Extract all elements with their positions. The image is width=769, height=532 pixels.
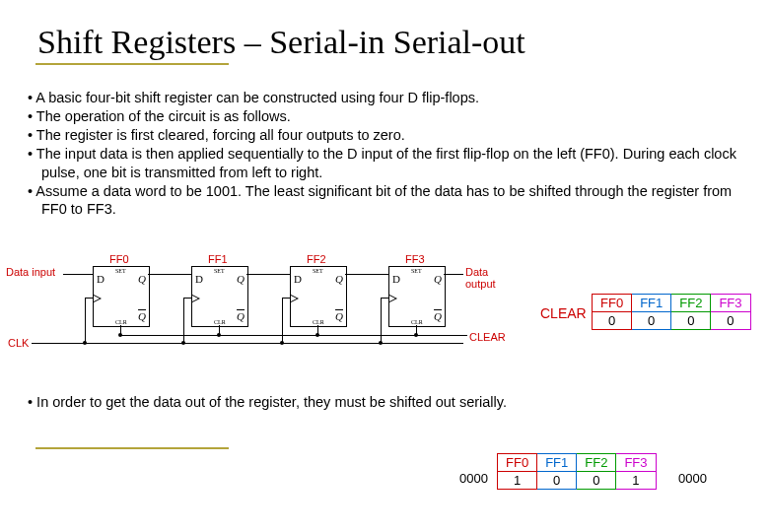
table-cell: 1 [616, 472, 656, 490]
clear-bus-label: CLEAR [469, 331, 506, 343]
bullet-item: A basic four-bit shift register can be c… [28, 89, 737, 106]
result-state-table: FF0 FF1 FF2 FF3 1 0 0 1 [497, 453, 657, 490]
circuit-diagram: Data input CLK FF0 D Q Q SET CLR FF1 D Q… [6, 244, 519, 353]
clear-state-table: FF0 FF1 FF2 FF3 0 0 0 0 [592, 294, 751, 330]
table-header: FF2 [577, 454, 616, 472]
ff-label: FF1 [208, 253, 228, 265]
pin-q: Q [237, 273, 245, 285]
ff-label: FF2 [307, 253, 326, 265]
clk-triangle-icon [389, 295, 397, 302]
ff-label: FF0 [109, 253, 129, 265]
pin-qbar: Q [335, 310, 343, 322]
title-underline [35, 63, 229, 65]
pin-set: SET [313, 268, 323, 274]
data-input-label: Data input [6, 266, 55, 278]
bullet-item: In order to get the data out of the regi… [28, 394, 737, 410]
pin-set: SET [115, 268, 126, 274]
table-cell: 0 [593, 312, 632, 330]
footer-underline [35, 447, 229, 449]
flipflop-ff0: FF0 D Q Q SET CLR [93, 266, 150, 327]
pin-d: D [392, 273, 400, 285]
clk-triangle-icon [94, 295, 102, 302]
pin-d: D [294, 273, 302, 285]
table-header: FF3 [711, 295, 750, 312]
page-title: Shift Registers – Serial-in Serial-out [37, 24, 525, 61]
pin-d: D [195, 273, 203, 285]
table-header: FF0 [498, 454, 537, 472]
bullet-item: The operation of the circuit is as follo… [28, 107, 737, 125]
result-right-label: 0000 [678, 471, 707, 486]
clk-triangle-icon [192, 295, 200, 302]
table-cell: 0 [537, 472, 577, 490]
pin-set: SET [214, 268, 225, 274]
table-cell: 0 [711, 312, 750, 330]
pin-q: Q [138, 273, 146, 285]
table-header: FF2 [671, 295, 711, 312]
ff-label: FF3 [405, 253, 425, 265]
table-header: FF1 [632, 295, 671, 312]
pin-qbar: Q [434, 310, 442, 322]
pin-qbar: Q [237, 310, 245, 322]
bullet-item: The register is first cleared, forcing a… [28, 126, 737, 144]
flipflop-ff3: FF3 D Q Q SET CLR [388, 266, 446, 327]
data-output-label: Data output [465, 266, 519, 290]
table-cell: 0 [577, 472, 616, 490]
pin-d: D [97, 273, 105, 285]
clk-triangle-icon [291, 295, 299, 302]
table-header: FF0 [593, 295, 632, 312]
flipflop-ff2: FF2 D Q Q SET CLR [290, 266, 347, 327]
bullet-list-1: A basic four-bit shift register can be c… [28, 89, 737, 219]
pin-set: SET [411, 268, 422, 274]
clear-label: CLEAR [540, 305, 587, 321]
table-cell: 0 [671, 312, 711, 330]
pin-q: Q [434, 273, 442, 285]
bullet-item: Assume a data word to be 1001. The least… [28, 182, 737, 218]
bullet-item: The input data is then applied sequentia… [28, 145, 737, 180]
bullet-list-2: In order to get the data out of the regi… [28, 394, 737, 410]
table-cell: 0 [632, 312, 671, 330]
pin-q: Q [335, 273, 343, 285]
result-left-label: 0000 [459, 471, 488, 486]
table-cell: 1 [498, 472, 537, 490]
table-header: FF1 [537, 454, 577, 472]
table-header: FF3 [616, 454, 656, 472]
clk-label: CLK [8, 337, 29, 349]
flipflop-ff1: FF1 D Q Q SET CLR [191, 266, 248, 327]
pin-qbar: Q [138, 310, 146, 322]
